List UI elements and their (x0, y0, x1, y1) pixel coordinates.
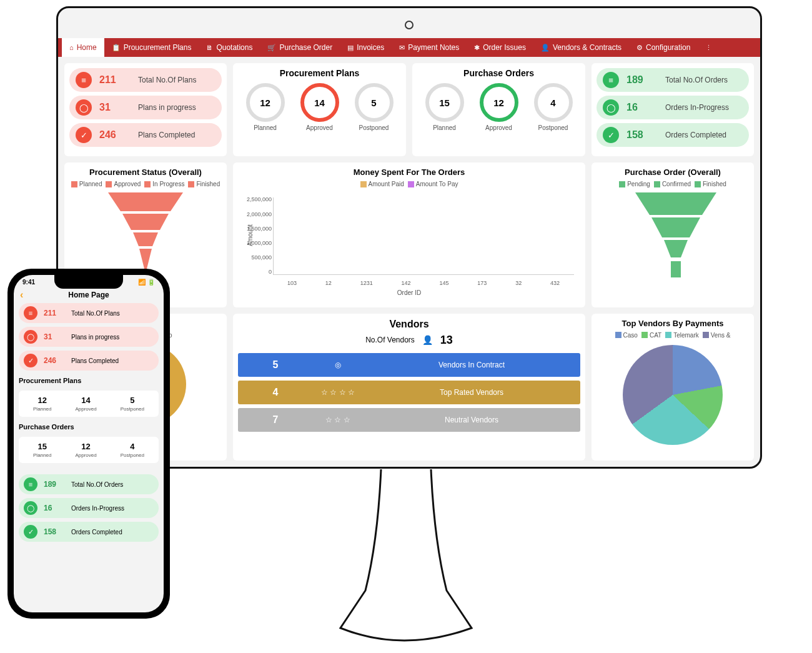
section-title: Procurement Plans (19, 377, 159, 384)
tab-home[interactable]: ⌂Home (62, 38, 104, 57)
ring-value: 12 (33, 396, 51, 405)
sliders-icon: ≡ (24, 306, 37, 320)
stat-value: 158 (44, 527, 65, 536)
phone-header: ‹ Home Page (14, 287, 164, 303)
svg-marker-0 (108, 192, 183, 211)
phone-stat-plans-progress: ◯31Plans in progress (19, 327, 159, 347)
ring-gauge: 14Approved (300, 83, 339, 131)
plans-stats-card: ≡211Total No.Of Plans ◯31Plans in progre… (64, 63, 227, 156)
legend-label: Amount To Pay (416, 181, 458, 187)
stat-label: Total No.Of Plans (71, 310, 120, 317)
clipboard-icon: 📋 (112, 44, 121, 52)
svg-marker-5 (651, 217, 700, 237)
stat-value: 189 (44, 480, 65, 489)
circle-icon: ◯ (603, 99, 619, 116)
page-title: Home Page (68, 291, 109, 299)
section-title: Purchase Order (Overall) (597, 167, 749, 177)
stat-orders-progress: ◯16Orders In-Progress (597, 96, 749, 119)
section-title: Purchase Orders (19, 423, 159, 431)
tab-order-issues[interactable]: ✱Order Issues (467, 38, 533, 57)
sliders-icon: ≡ (24, 477, 37, 491)
signal-battery-icon: 📶 🔋 (138, 279, 155, 286)
tab-invoices[interactable]: ▤Invoices (340, 38, 392, 57)
stat-label: Plans Completed (71, 357, 119, 364)
ring-gauge: 5Postponed (355, 83, 394, 131)
stat-label: Orders Completed (71, 529, 122, 536)
stat-value: 246 (99, 129, 131, 141)
ring-gauge: 15Planned (425, 83, 464, 131)
circle-icon: ◯ (76, 99, 92, 116)
section-title: Procurement Plans (238, 68, 401, 78)
tab-quotations[interactable]: 🗎Quotations (199, 38, 260, 57)
stat-total-orders: ≡189Total No.Of Orders (597, 68, 749, 92)
svg-marker-4 (635, 192, 716, 215)
stat-label: Orders Completed (665, 131, 726, 139)
tab-label: Invoices (357, 43, 384, 52)
ring-label: Postponed (121, 406, 144, 412)
tab-purchase-order[interactable]: 🛒Purchase Order (260, 38, 340, 57)
svg-marker-6 (664, 240, 688, 257)
svg-rect-7 (671, 261, 681, 277)
tab-label: Configuration (646, 43, 690, 52)
vendor-row[interactable]: 7☆ ☆ ☆Neutral Vendors (238, 408, 580, 432)
stat-label: Orders In-Progress (665, 103, 729, 112)
vendors-count-label: No.Of Vendors (365, 336, 415, 344)
stat-label: Total No.Of Orders (71, 481, 123, 488)
stat-label: Plans in progress (71, 334, 119, 341)
stat-value: 16 (44, 504, 65, 512)
pie-chart-payments (623, 345, 723, 445)
stat-plans-completed: ✓246Plans Completed (69, 123, 222, 147)
vendor-row[interactable]: 5◎Vendors In Contract (238, 353, 580, 377)
ring-value: 5 (121, 396, 144, 405)
stat-total-plans: ≡211Total No.Of Plans (69, 68, 222, 92)
tab-procurement-plans[interactable]: 📋Proucurement Plans (104, 38, 199, 57)
legend: CasoCATTelemarkVens & (597, 332, 749, 339)
legend-label: Amount Paid (369, 181, 404, 187)
money-spent-card: Money Spent For The Orders Amount Paid A… (233, 162, 585, 307)
ring-label: Approved (75, 406, 96, 412)
check-icon: ✓ (24, 354, 37, 367)
check-icon: ✓ (24, 525, 37, 539)
mobile-phone-frame: 9:41 📶 🔋 ‹ Home Page ≡211Total No.Of Pla… (7, 269, 170, 619)
procurement-plans-rings: Procurement Plans 12Planned14Approved5Po… (233, 63, 406, 156)
overflow-menu[interactable]: ⋮ (698, 38, 720, 57)
stat-value: 31 (44, 332, 65, 341)
orders-stats-card: ≡189Total No.Of Orders ◯16Orders In-Prog… (592, 63, 754, 156)
stat-label: Orders In-Progress (71, 505, 124, 512)
tab-label: Payment Notes (408, 43, 459, 52)
funnel-chart-purchase (632, 192, 713, 274)
sliders-icon: ≡ (603, 72, 619, 88)
tab-label: Order Issues (483, 43, 526, 52)
phone-stat-orders-completed: ✓158Orders Completed (19, 522, 159, 542)
stat-plans-progress: ◯31Plans in progress (69, 96, 222, 119)
monitor-stand (334, 466, 478, 647)
ring-gauge: 12Planned (246, 83, 285, 131)
tab-label: Quotations (216, 43, 252, 52)
ring-gauge: 4Postponed (534, 83, 573, 131)
circle-icon: ◯ (24, 330, 37, 344)
sliders-icon: ≡ (76, 72, 92, 88)
ring-label: Planned (33, 452, 51, 458)
top-vendors-payments-card: Top Vendors By Payments CasoCATTelemarkV… (592, 314, 754, 461)
person-icon: 👤 (541, 44, 550, 52)
tab-label: Home (77, 43, 97, 52)
phone-stat-plans-total: ≡211Total No.Of Plans (19, 303, 159, 323)
ring-value: 4 (121, 442, 144, 451)
po-overall-card: Purchase Order (Overall) PendingConfirme… (592, 162, 754, 307)
stat-label: Total No.Of Orders (665, 76, 728, 84)
stat-value: 189 (626, 74, 658, 86)
phone-stat-orders-progress: ◯16Orders In-Progress (19, 498, 159, 518)
person-icon: 👤 (422, 335, 433, 345)
tab-label: Vendors & Contracts (553, 43, 621, 52)
tab-configuration[interactable]: ⚙Configuration (629, 38, 698, 57)
tab-vendors-contracts[interactable]: 👤Vendors & Contracts (533, 38, 629, 57)
home-icon: ⌂ (69, 44, 74, 51)
phone-stat-orders-total: ≡189Total No.Of Orders (19, 474, 159, 494)
back-button[interactable]: ‹ (20, 289, 23, 301)
stat-value: 211 (44, 309, 65, 317)
vendor-row[interactable]: 4☆ ☆ ☆ ☆Top Rated Vendors (238, 381, 580, 404)
camera-icon (405, 21, 413, 29)
cart-icon: 🛒 (267, 44, 276, 52)
funnel-chart-procurement (105, 192, 186, 274)
tab-payment-notes[interactable]: ✉Payment Notes (392, 38, 467, 57)
